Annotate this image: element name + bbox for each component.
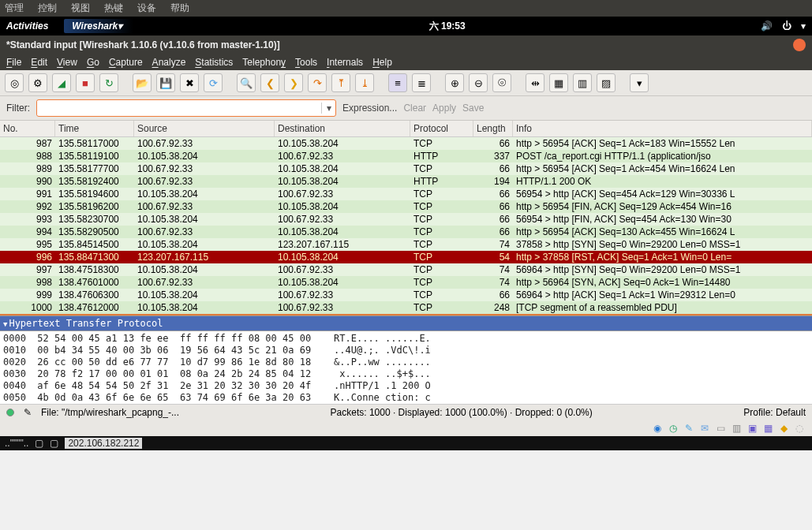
activities-button[interactable]: Activities: [6, 21, 48, 32]
start-capture-button[interactable]: ◢: [52, 73, 71, 92]
taskbar-window-icon[interactable]: ▢: [35, 438, 43, 449]
stop-capture-button[interactable]: ■: [76, 73, 95, 92]
packet-row[interactable]: 991135.5819460010.105.38.204100.67.92.33…: [0, 188, 812, 200]
app-indicator[interactable]: Wireshark▾: [64, 19, 133, 33]
col-info[interactable]: Info: [513, 121, 812, 136]
col-destination[interactable]: Destination: [275, 121, 410, 136]
menu-internals[interactable]: Internals: [327, 57, 363, 68]
menu-tools[interactable]: Tools: [295, 57, 317, 68]
status-profile[interactable]: Profile: Default: [743, 407, 806, 418]
close-file-button[interactable]: ✖: [180, 73, 199, 92]
autoscroll-button[interactable]: ≣: [412, 73, 431, 92]
menu-file[interactable]: File: [6, 57, 21, 68]
coloring-rules-button[interactable]: ▨: [597, 73, 616, 92]
filter-input[interactable]: [37, 101, 321, 115]
sound-icon[interactable]: 🔊: [761, 21, 773, 32]
save-filter-button[interactable]: Save: [462, 103, 484, 114]
tray-icon[interactable]: ◆: [777, 422, 790, 435]
host-menu-item[interactable]: 帮助: [170, 2, 189, 15]
menu-view[interactable]: View: [57, 57, 77, 68]
packet-row[interactable]: 990135.58192400100.67.92.3310.105.38.204…: [0, 175, 812, 188]
menu-statistics[interactable]: Statistics: [195, 57, 233, 68]
display-filters-button[interactable]: ▥: [573, 73, 592, 92]
host-menu-item[interactable]: 管理: [5, 2, 24, 15]
host-menu-item[interactable]: 热键: [104, 2, 123, 15]
col-no[interactable]: No.: [0, 121, 55, 136]
zoom-in-button[interactable]: ⊕: [445, 73, 464, 92]
go-forward-button[interactable]: ❯: [284, 73, 303, 92]
packet-list-header[interactable]: No. Time Source Destination Protocol Len…: [0, 121, 812, 137]
host-taskbar: .."""".. ▢ ▢ 202.106.182.212: [0, 436, 812, 450]
host-menu-item[interactable]: 视图: [71, 2, 90, 15]
tray-icon[interactable]: ◌: [793, 422, 806, 435]
expression-button[interactable]: Expression...: [342, 103, 397, 114]
packet-row[interactable]: 992135.58196200100.67.92.3310.105.38.204…: [0, 200, 812, 213]
packet-bytes-pane[interactable]: 0000 52 54 00 45 a1 13 fe ee ff ff ff ff…: [0, 331, 812, 404]
packet-row[interactable]: 1000138.4761200010.105.38.204100.67.92.3…: [0, 301, 812, 314]
menu-go[interactable]: Go: [87, 57, 99, 68]
go-back-button[interactable]: ❮: [260, 73, 279, 92]
tray-icon[interactable]: ▥: [730, 422, 743, 435]
packet-row[interactable]: 987135.58117000100.67.92.3310.105.38.204…: [0, 137, 812, 150]
tray-icon[interactable]: ▭: [714, 422, 727, 435]
packet-row[interactable]: 998138.47601000100.67.92.3310.105.38.204…: [0, 276, 812, 289]
find-button[interactable]: 🔍: [237, 73, 256, 92]
zoom-reset-button[interactable]: ⦾: [492, 73, 511, 92]
col-protocol[interactable]: Protocol: [410, 121, 473, 136]
expert-info-led-icon[interactable]: [6, 409, 14, 416]
status-bar: ✎ File: "/tmp/wireshark_pcapng_-... Pack…: [0, 404, 812, 420]
toolbar-overflow[interactable]: ▾: [630, 73, 649, 92]
power-icon[interactable]: ⏻: [782, 21, 791, 32]
col-source[interactable]: Source: [134, 121, 275, 136]
menu-capture[interactable]: Capture: [109, 57, 143, 68]
tray-icon[interactable]: ▣: [746, 422, 758, 435]
col-time[interactable]: Time: [55, 121, 134, 136]
system-menu-chevron-icon[interactable]: ▾: [801, 21, 806, 32]
go-last-button[interactable]: ⤓: [355, 73, 374, 92]
packet-details-protocol[interactable]: Hypertext Transfer Protocol: [0, 315, 812, 331]
zoom-out-button[interactable]: ⊖: [469, 73, 488, 92]
capture-filters-button[interactable]: ▦: [549, 73, 568, 92]
reload-button[interactable]: ⟳: [204, 73, 223, 92]
colorize-button[interactable]: ≡: [388, 73, 407, 92]
menu-analyze[interactable]: Analyze: [152, 57, 186, 68]
menu-edit[interactable]: Edit: [31, 57, 47, 68]
tray-icon[interactable]: ▦: [761, 422, 774, 435]
tray-icon[interactable]: ✎: [683, 422, 695, 435]
save-file-button[interactable]: 💾: [156, 73, 175, 92]
open-file-button[interactable]: 📂: [133, 73, 152, 92]
edit-icon[interactable]: ✎: [24, 407, 32, 418]
taskbar-window-icon[interactable]: ▢: [50, 438, 58, 449]
packet-list[interactable]: No. Time Source Destination Protocol Len…: [0, 121, 812, 315]
clock[interactable]: 六 19:53: [133, 20, 761, 33]
jump-button[interactable]: ↷: [308, 73, 327, 92]
window-titlebar[interactable]: *Standard input [Wireshark 1.10.6 (v1.10…: [0, 35, 812, 54]
packet-row[interactable]: 999138.4760630010.105.38.204100.67.92.33…: [0, 289, 812, 301]
packet-row[interactable]: 988135.5811910010.105.38.204100.67.92.33…: [0, 150, 812, 162]
filter-dropdown-icon[interactable]: ▾: [321, 103, 335, 114]
window-close-button[interactable]: [793, 39, 806, 51]
apply-button[interactable]: Apply: [432, 103, 456, 114]
restart-capture-button[interactable]: ↻: [99, 73, 118, 92]
tray-icon[interactable]: ◉: [651, 422, 664, 435]
col-length[interactable]: Length: [473, 121, 513, 136]
packet-row[interactable]: 989135.58177700100.67.92.3310.105.38.204…: [0, 162, 812, 175]
resize-columns-button[interactable]: ⇹: [526, 73, 544, 92]
menu-telephony[interactable]: Telephony: [242, 57, 286, 68]
packet-row[interactable]: 994135.58290500100.67.92.3310.105.38.204…: [0, 226, 812, 238]
packet-row[interactable]: 995135.8451450010.105.38.204123.207.167.…: [0, 238, 812, 251]
tray-icon[interactable]: ◷: [667, 422, 679, 435]
tray-icon[interactable]: ✉: [698, 422, 711, 435]
filter-combobox[interactable]: ▾: [36, 99, 336, 117]
clear-button[interactable]: Clear: [403, 103, 426, 114]
taskbar-ip[interactable]: 202.106.182.212: [65, 438, 142, 449]
packet-row[interactable]: 997138.4751830010.105.38.204100.67.92.33…: [0, 263, 812, 276]
interfaces-button[interactable]: ◎: [5, 73, 24, 92]
options-button[interactable]: ⚙: [28, 73, 47, 92]
packet-row[interactable]: 996135.88471300123.207.167.11510.105.38.…: [0, 251, 812, 263]
host-menu-item[interactable]: 控制: [38, 2, 57, 15]
menu-help[interactable]: Help: [372, 57, 392, 68]
go-first-button[interactable]: ⤒: [331, 73, 350, 92]
packet-row[interactable]: 993135.5823070010.105.38.204100.67.92.33…: [0, 213, 812, 226]
host-menu-item[interactable]: 设备: [137, 2, 156, 15]
